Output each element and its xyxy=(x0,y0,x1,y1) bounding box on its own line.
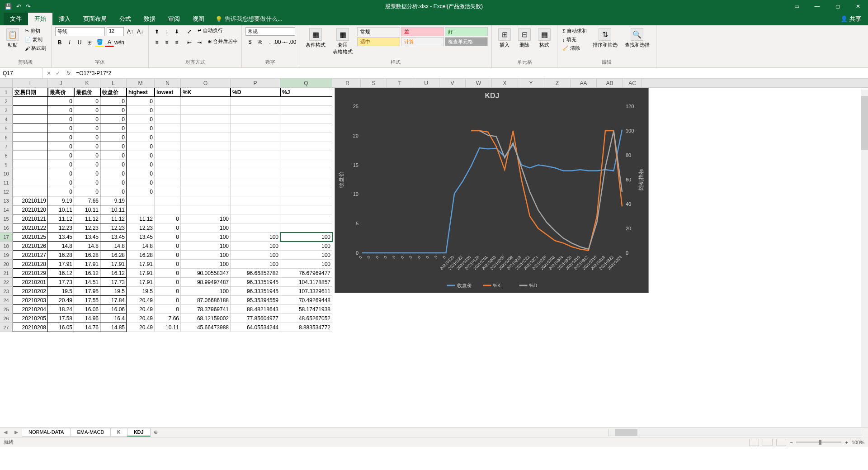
cell[interactable]: 0 xyxy=(155,233,181,242)
cell[interactable] xyxy=(127,205,155,214)
col-header-V[interactable]: V xyxy=(439,79,466,87)
number-format-combo[interactable]: 常规 xyxy=(245,27,295,36)
cell[interactable]: 100 xyxy=(280,260,332,269)
cell[interactable]: 20210204 xyxy=(13,305,48,314)
currency-icon[interactable]: $ xyxy=(245,38,255,47)
cell[interactable]: 107.3329611 xyxy=(280,287,332,296)
cell[interactable]: 45.66473988 xyxy=(181,323,231,332)
table-format-button[interactable]: ▦套用 表格格式 xyxy=(330,27,355,56)
cell[interactable] xyxy=(13,187,48,196)
cell[interactable]: 78.37969741 xyxy=(181,305,231,314)
cell[interactable] xyxy=(280,169,332,178)
dec-decimal-icon[interactable]: ←.00 xyxy=(285,38,294,47)
tab-view[interactable]: 视图 xyxy=(186,13,211,25)
indent-dec-icon[interactable]: ⇤ xyxy=(185,38,194,47)
cell[interactable]: 0 xyxy=(100,169,127,178)
painter-button[interactable]: 🖌 格式刷 xyxy=(24,44,47,52)
cell[interactable]: 10.11 xyxy=(48,205,74,214)
cell[interactable]: 0 xyxy=(100,115,127,124)
cell[interactable]: 76.67969477 xyxy=(280,269,332,278)
cell[interactable] xyxy=(155,97,181,106)
cell[interactable]: 0 xyxy=(100,151,127,160)
cell[interactable]: 17.91 xyxy=(127,278,155,287)
cell[interactable]: 0 xyxy=(48,142,74,151)
cell[interactable]: 100 xyxy=(231,251,280,260)
cell[interactable]: 0 xyxy=(48,106,74,115)
col-header-I[interactable]: I xyxy=(13,79,48,87)
cell[interactable]: 0 xyxy=(127,187,155,196)
shrink-font-icon[interactable]: A↓ xyxy=(136,27,145,36)
cell[interactable] xyxy=(231,196,280,205)
view-normal-icon[interactable] xyxy=(749,439,759,446)
border-button[interactable]: ⊞ xyxy=(85,38,94,47)
cell[interactable] xyxy=(231,214,280,223)
row-header[interactable]: 27 xyxy=(0,323,13,332)
cell[interactable] xyxy=(181,187,231,196)
cell[interactable]: 14.8 xyxy=(74,242,100,251)
cell[interactable]: 20.49 xyxy=(127,296,155,305)
header-cell[interactable]: 交易日期 xyxy=(13,88,48,97)
font-size-combo[interactable]: 12 xyxy=(107,27,124,36)
cell[interactable]: 20210122 xyxy=(13,223,48,233)
cell[interactable] xyxy=(155,196,181,205)
cell[interactable]: 0 xyxy=(155,278,181,287)
cell[interactable]: 20210119 xyxy=(13,196,48,205)
cell[interactable]: 10.11 xyxy=(155,323,181,332)
format-cell-button[interactable]: ▦格式 xyxy=(535,27,553,49)
cell[interactable]: 0 xyxy=(74,142,100,151)
zoom-slider[interactable] xyxy=(796,442,841,443)
cell[interactable]: 20210128 xyxy=(13,260,48,269)
cell[interactable]: 0 xyxy=(155,296,181,305)
cell[interactable]: 7.66 xyxy=(155,314,181,323)
col-header-J[interactable]: J xyxy=(48,79,74,87)
cell[interactable]: 0 xyxy=(127,178,155,187)
header-cell[interactable]: highest xyxy=(127,88,155,97)
grid[interactable]: IJKLMNOPQ 1交易日期最高价最低价收盘价highestlowest%K%… xyxy=(0,79,335,427)
cell[interactable]: 17.95 xyxy=(74,287,100,296)
cell[interactable]: 0 xyxy=(74,133,100,142)
clear-button[interactable]: 🧹 清除 xyxy=(561,44,588,52)
row-header[interactable]: 11 xyxy=(0,178,13,187)
col-header-L[interactable]: L xyxy=(100,79,127,87)
cell[interactable]: 0 xyxy=(127,169,155,178)
sheet-tab-NORMAL-DATA[interactable]: NORMAL-DATA xyxy=(22,428,71,437)
cell[interactable] xyxy=(181,169,231,178)
cell[interactable]: 100 xyxy=(280,251,332,260)
col-header-W[interactable]: W xyxy=(466,79,492,87)
cell[interactable]: 14.85 xyxy=(100,323,127,332)
header-cell[interactable]: %K xyxy=(181,88,231,97)
cut-button[interactable]: ✂ 剪切 xyxy=(24,27,47,35)
orient-icon[interactable]: ⤢ xyxy=(185,27,194,36)
cell[interactable]: 0 xyxy=(127,106,155,115)
header-cell[interactable]: %D xyxy=(231,88,280,97)
cell[interactable]: 12.23 xyxy=(48,223,74,233)
cell[interactable] xyxy=(181,178,231,187)
cell[interactable] xyxy=(181,106,231,115)
cell[interactable]: 14.96 xyxy=(74,314,100,323)
tab-home[interactable]: 开始 xyxy=(28,13,52,25)
cell[interactable]: 77.85604977 xyxy=(231,314,280,323)
cell[interactable]: 0 xyxy=(48,124,74,133)
col-header-AB[interactable]: AB xyxy=(597,79,623,87)
cell[interactable]: 20210203 xyxy=(13,296,48,305)
cell[interactable]: 14.76 xyxy=(74,323,100,332)
cell[interactable] xyxy=(280,106,332,115)
cell[interactable] xyxy=(280,97,332,106)
cell[interactable]: 17.84 xyxy=(100,296,127,305)
cell[interactable]: 16.12 xyxy=(48,269,74,278)
cell[interactable]: 0 xyxy=(155,305,181,314)
cell[interactable]: 17.91 xyxy=(100,260,127,269)
cell[interactable]: 12.23 xyxy=(127,223,155,233)
cell[interactable]: 16.28 xyxy=(127,251,155,260)
insert-cell-button[interactable]: ⊞插入 xyxy=(495,27,514,49)
tell-me[interactable]: 💡告诉我您想要做什么... xyxy=(215,15,283,23)
header-cell[interactable]: lowest xyxy=(155,88,181,97)
col-header-N[interactable]: N xyxy=(155,79,181,87)
cell[interactable]: 100 xyxy=(181,251,231,260)
cell[interactable]: 0 xyxy=(48,160,74,169)
cell[interactable] xyxy=(13,133,48,142)
ribbon-options-icon[interactable]: ▭ xyxy=(787,0,807,13)
delete-cell-button[interactable]: ⊟删除 xyxy=(515,27,533,49)
cell[interactable] xyxy=(231,205,280,214)
row-header[interactable]: 17 xyxy=(0,233,13,242)
